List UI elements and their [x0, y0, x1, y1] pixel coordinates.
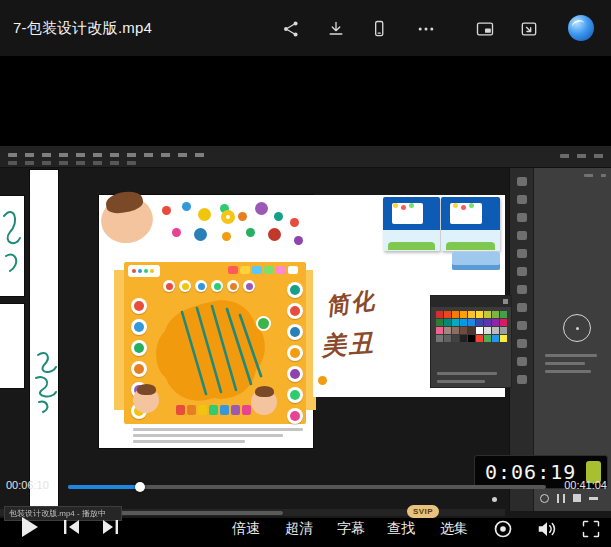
duration-label: 00:41:04	[549, 479, 607, 491]
product-box-photo-2	[441, 197, 500, 251]
speed-button[interactable]: 倍速	[232, 520, 260, 538]
package-rainbow-letters	[176, 405, 185, 415]
share-icon[interactable]	[279, 17, 303, 41]
ring-icon[interactable]	[493, 519, 513, 543]
dieline-flap-left	[114, 270, 124, 410]
timer-minimize-icon	[589, 497, 598, 500]
left-artboard-tall	[30, 170, 58, 511]
episodes-button[interactable]: 选集	[440, 520, 468, 538]
package-center-blob-graphic	[152, 296, 270, 408]
timer-reset-icon	[540, 494, 549, 503]
package-logo	[128, 265, 160, 277]
toy-collage	[162, 206, 171, 215]
orange-mark	[318, 376, 327, 385]
timer-stop-icon	[573, 494, 581, 502]
miniplayer-icon[interactable]	[517, 17, 541, 41]
window-titlebar: 7-包装设计改版.mp4	[0, 0, 611, 56]
progress-played	[68, 485, 140, 489]
toolstrip-icons	[510, 177, 533, 384]
product-box-photo-1	[383, 197, 440, 251]
more-options-icon[interactable]	[414, 17, 438, 41]
video-display-area[interactable]: 简化 美丑 0:06:19 包装	[0, 56, 611, 471]
svip-badge: SVIP	[407, 505, 439, 518]
previous-episode-button[interactable]	[62, 519, 82, 539]
pip-icon[interactable]	[473, 17, 497, 41]
package-top-icons	[163, 280, 255, 292]
swatches-panel-header	[431, 296, 511, 307]
left-artboard-1	[0, 196, 24, 296]
current-time-label: 00:06:10	[6, 479, 49, 491]
baby-photo-bottom-left	[133, 387, 159, 413]
subtitles-button[interactable]: 字幕	[337, 520, 365, 538]
fullscreen-icon[interactable]	[581, 519, 601, 543]
quality-button[interactable]: 超清	[285, 520, 313, 538]
design-app-menubar	[0, 146, 611, 168]
ring-toy-icon	[221, 210, 235, 224]
handwritten-note-2: 美丑	[320, 326, 376, 363]
package-footer-textline	[133, 440, 245, 443]
brush-cursor-preview	[563, 314, 591, 342]
product-box-photo-3	[452, 252, 500, 270]
timer-dot-icon	[492, 497, 497, 502]
package-footer-textline	[133, 434, 283, 437]
baby-photo-bottom-right	[251, 389, 277, 415]
timer-pause-icon	[557, 494, 565, 503]
video-player-window: 7-包装设计改版.mp4	[0, 0, 611, 547]
volume-icon[interactable]	[536, 519, 558, 543]
avatar[interactable]	[568, 15, 594, 41]
close-icon	[503, 299, 508, 304]
progress-knob[interactable]	[135, 482, 145, 492]
mobile-device-icon[interactable]	[367, 17, 391, 41]
play-button[interactable]	[22, 517, 38, 537]
next-episode-button[interactable]	[100, 519, 120, 539]
download-icon[interactable]	[324, 17, 348, 41]
left-artboard-2	[0, 304, 24, 388]
swatches-grid	[436, 311, 508, 342]
progress-bar[interactable]	[68, 485, 546, 489]
package-title-text	[228, 266, 238, 274]
find-button[interactable]: 查找	[387, 520, 415, 538]
video-title: 7-包装设计改版.mp4	[13, 19, 152, 38]
sticker-column-right	[283, 282, 307, 429]
swatches-panel	[430, 295, 512, 388]
package-footer-textline	[133, 428, 303, 431]
green-age-badge	[256, 316, 271, 331]
